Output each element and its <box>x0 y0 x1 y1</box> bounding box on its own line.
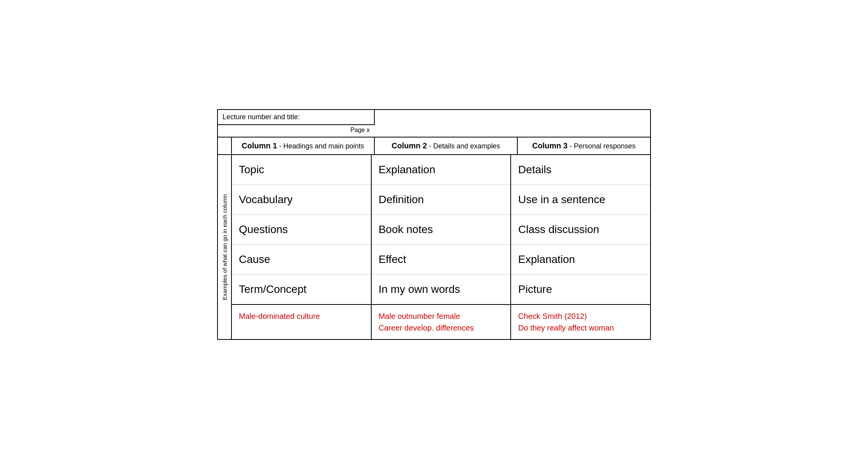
row0-col3-text: Details <box>518 164 551 176</box>
row3-col1: Cause <box>232 245 371 275</box>
row3-col1-text: Cause <box>239 253 270 266</box>
header-row: Lecture number and title: <box>217 110 651 125</box>
example-col2-line2: Career develop. differences <box>379 324 474 332</box>
row2-col2-text: Book notes <box>379 223 433 236</box>
row1-col2-text: Definition <box>379 193 424 206</box>
example-col2-line1: Male outnumber female <box>379 312 460 320</box>
page-label: Page x <box>350 127 370 133</box>
col1-heading-detail: - Headings and main points <box>279 142 364 150</box>
col-headings-row: Column 1 - Headings and main points Colu… <box>217 137 651 155</box>
row0-col1-text: Topic <box>239 164 264 176</box>
example-col2: Male outnumber female Career develop. di… <box>372 305 511 339</box>
row2-col3-text: Class discussion <box>518 223 599 236</box>
col1-heading: Column 1 - Headings and main points <box>231 137 374 155</box>
row0-col2: Explanation <box>372 155 511 185</box>
example-row: Male-dominated culture Male outnumber fe… <box>232 305 650 339</box>
main-rows: Topic Vocabulary Questions Cause Term/Co… <box>232 155 650 305</box>
row1-col2: Definition <box>372 185 511 215</box>
example-col3-line2: Do they really affect woman <box>518 324 614 332</box>
example-col1: Male-dominated culture <box>232 305 372 339</box>
row2-col1: Questions <box>232 215 371 245</box>
row1-col1: Vocabulary <box>232 185 371 215</box>
row4-col3-text: Picture <box>518 283 552 296</box>
rotated-label: Examples of what can go in each column <box>221 194 228 300</box>
row1-col1-text: Vocabulary <box>239 193 293 206</box>
col1-heading-bold: Column 1 <box>242 141 277 150</box>
row3-col2: Effect <box>372 245 511 275</box>
data-col-1: Topic Vocabulary Questions Cause Term/Co… <box>232 155 372 304</box>
row2-col1-text: Questions <box>239 223 288 236</box>
page-x-cell: Page x <box>217 125 374 137</box>
lecture-label: Lecture number and title: <box>223 113 300 121</box>
row1-col3: Use in a sentence <box>511 185 650 215</box>
row4-col2: In my own words <box>372 275 511 304</box>
example-col1-text: Male-dominated culture <box>239 312 320 320</box>
col3-heading: Column 3 - Personal responses <box>517 137 651 155</box>
row4-col1-text: Term/Concept <box>239 283 306 296</box>
outer-table: Lecture number and title: Page x Column … <box>217 109 651 155</box>
row4-col2-text: In my own words <box>379 283 460 296</box>
col2-heading-bold: Column 2 <box>391 141 427 150</box>
content-columns: Topic Vocabulary Questions Cause Term/Co… <box>232 155 650 339</box>
row1-col3-text: Use in a sentence <box>518 193 605 206</box>
row4-col3: Picture <box>511 275 650 304</box>
col3-heading-detail: - Personal responses <box>569 142 635 150</box>
page-row: Page x <box>217 125 651 137</box>
row4-col1: Term/Concept <box>232 275 371 304</box>
col2-heading-detail: - Details and examples <box>429 142 500 150</box>
row0-col3: Details <box>511 155 650 185</box>
example-col3: Check Smith (2012) Do they really affect… <box>511 305 650 339</box>
example-col3-line1: Check Smith (2012) <box>518 312 587 320</box>
page-container: Lecture number and title: Page x Column … <box>217 109 651 340</box>
data-col-3: Details Use in a sentence Class discussi… <box>511 155 650 304</box>
data-col-2: Explanation Definition Book notes Effect… <box>372 155 511 304</box>
row0-col2-text: Explanation <box>379 164 435 176</box>
col2-heading: Column 2 - Details and examples <box>374 137 517 155</box>
row3-col3: Explanation <box>511 245 650 275</box>
row0-col1: Topic <box>232 155 371 185</box>
lecture-label-cell: Lecture number and title: <box>217 110 374 125</box>
row2-col2: Book notes <box>372 215 511 245</box>
rotated-label-cell: Examples of what can go in each column <box>218 155 232 339</box>
row3-col2-text: Effect <box>379 253 406 266</box>
row2-col3: Class discussion <box>511 215 650 245</box>
content-area: Examples of what can go in each column T… <box>217 155 651 340</box>
row3-col3-text: Explanation <box>518 253 575 266</box>
col-heading-spacer <box>217 137 231 155</box>
col3-heading-bold: Column 3 <box>532 141 567 150</box>
